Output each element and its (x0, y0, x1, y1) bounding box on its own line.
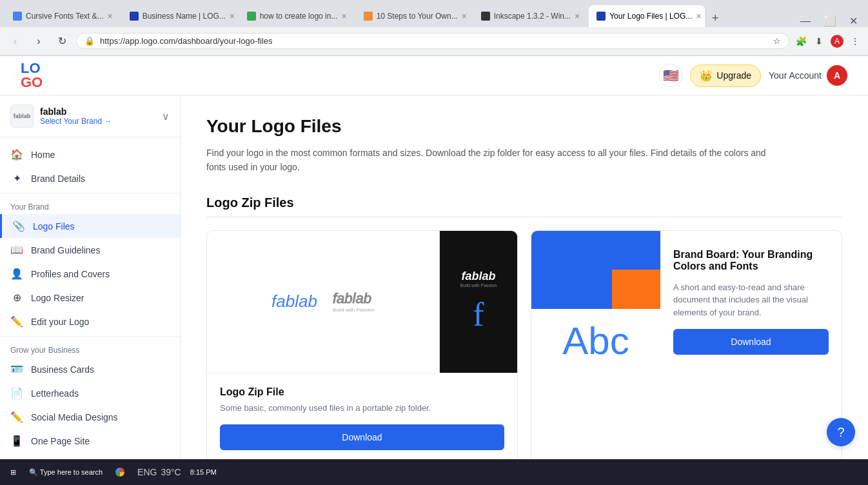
account-button[interactable]: Your Account A (769, 65, 847, 86)
browser-tab-3[interactable]: how to create logo in... × (239, 5, 355, 27)
zip-download-button[interactable]: Download (220, 424, 504, 450)
tab-favicon-2 (130, 12, 139, 21)
back-button[interactable]: ‹ (6, 32, 25, 50)
language-selector[interactable]: 🇺🇸 (659, 64, 682, 87)
sidebar-item-social-media[interactable]: ✏️ Social Media Designs (0, 405, 180, 429)
question-mark-icon: ? (837, 425, 844, 440)
sidebar-item-logo-resizer[interactable]: ⊕ Logo Resizer (0, 286, 180, 310)
sidebar-item-letterheads[interactable]: 📄 Letterheads (0, 381, 180, 405)
start-button[interactable]: ⊞ (5, 463, 21, 481)
url-display: https://app.logo.com/dashboard/your-logo… (100, 36, 768, 46)
right-swatches (612, 231, 660, 309)
taskbar: ⊞ 🔍 Type here to search ENG 39°C 8:15 PM (0, 459, 868, 485)
zip-card-desc: Some basic, commonly used files in a por… (220, 402, 504, 415)
tab-title-1: Cursive Fonts Text &... (26, 12, 104, 21)
app-logo[interactable]: LO GO (21, 61, 43, 90)
facebook-icon: f (473, 295, 484, 333)
swatch-orange (612, 270, 660, 309)
sidebar-item-label-one-page-site: One Page Site (31, 436, 90, 446)
zip-preview-light: fablab fablab Build with Passion (207, 231, 440, 373)
minimize-button[interactable]: — (795, 15, 816, 27)
browser-tab-4[interactable]: 10 Steps to Your Own... × (356, 5, 472, 27)
swatch-blue-sm (612, 231, 660, 270)
person-icon: 👤 (10, 268, 23, 280)
sidebar-item-brand-guidelines[interactable]: 📖 Brand Guidelines (0, 238, 180, 262)
download-icon[interactable]: ⬇ (813, 35, 825, 48)
upgrade-label: Upgrade (716, 70, 751, 81)
taskbar-chrome[interactable] (110, 463, 130, 481)
brand-board-title: Brand Board: Your Branding Colors and Fo… (673, 249, 829, 272)
maximize-button[interactable]: ⬜ (818, 15, 842, 27)
book-icon: 📖 (10, 244, 23, 256)
sidebar-item-profiles-covers[interactable]: 👤 Profiles and Covers (0, 262, 180, 286)
browser-tab-5[interactable]: Inkscape 1.3.2 - Win... × (473, 5, 588, 27)
brand-name: fablab (40, 106, 155, 117)
sidebar-item-label-social-media: Social Media Designs (31, 412, 118, 422)
sidebar-item-business-cards[interactable]: 🪪 Business Cards (0, 357, 180, 381)
new-tab-button[interactable]: + (706, 9, 724, 27)
tab-close-4[interactable]: × (462, 11, 467, 21)
address-bar[interactable]: 🔒 https://app.logo.com/dashboard/your-lo… (76, 33, 789, 49)
browser-tab-6[interactable]: Your Logo Files | LOG... × (589, 5, 705, 27)
sidebar-item-one-page-site[interactable]: 📱 One Page Site (0, 429, 180, 453)
tab-favicon-3 (247, 12, 256, 21)
main-content: Your Logo Files Find your logo in the mo… (181, 95, 868, 485)
tab-close-6[interactable]: × (696, 11, 701, 21)
sparkle-icon: ✦ (10, 172, 23, 184)
account-avatar: A (827, 65, 847, 86)
extensions-icon[interactable]: 🧩 (794, 35, 807, 48)
sidebar-item-home[interactable]: 🏠 Home (0, 143, 180, 166)
close-button[interactable]: ✕ (844, 15, 863, 27)
tab-close-1[interactable]: × (108, 11, 113, 21)
profile-icon[interactable]: A (831, 35, 843, 48)
zip-card-body: Logo Zip File Some basic, commonly used … (207, 373, 517, 464)
flag-icon: 🇺🇸 (663, 68, 679, 83)
taskbar-system-icons: ENG 39°C 8:15 PM (132, 467, 227, 477)
sidebar-item-brand-details[interactable]: ✦ Brand Details (0, 166, 180, 190)
brand-info: fablab Select Your Brand → (40, 106, 155, 126)
tab-favicon-1 (13, 12, 22, 21)
tab-favicon-4 (364, 12, 373, 21)
logo-row-top: fablab fablab Build with Passion (271, 290, 375, 313)
tab-favicon-5 (481, 12, 490, 21)
brand-board-preview: Abc Brand Board: Your Branding Colors an… (531, 231, 842, 373)
sidebar: fablab fablab Select Your Brand → ∨ 🏠 Ho… (0, 95, 181, 485)
refresh-button[interactable]: ↻ (53, 32, 71, 50)
grow-business-section-label: Grow your Business (0, 339, 180, 357)
tab-title-3: how to create logo in... (260, 12, 338, 21)
letterhead-icon: 📄 (10, 387, 23, 399)
browser-tab-2[interactable]: Business Name | LOG... × (122, 5, 238, 27)
sidebar-item-label-edit-logo: Edit your Logo (31, 317, 89, 327)
logo-italic: fablab (271, 292, 317, 312)
sidebar-item-label-home: Home (31, 150, 55, 160)
dark-logo-sub: Build with Passion (460, 283, 497, 288)
search-taskbar[interactable]: 🔍 Type here to search (24, 463, 108, 481)
brand-avatar-text: fablab (14, 113, 31, 119)
tab-title-2: Business Name | LOG... (143, 12, 226, 21)
zip-card-preview: fablab fablab Build with Passion fablab … (207, 231, 517, 373)
brand-board-download-button[interactable]: Download (673, 329, 829, 355)
select-brand-link[interactable]: Select Your Brand → (40, 117, 155, 126)
sidebar-item-label-logo-files: Logo Files (33, 221, 75, 232)
tab-close-3[interactable]: × (341, 11, 346, 21)
tab-close-2[interactable]: × (230, 11, 235, 21)
forward-button[interactable]: › (30, 32, 48, 50)
brand-selector[interactable]: fablab fablab Select Your Brand → ∨ (0, 95, 180, 137)
sidebar-item-edit-logo[interactable]: ✏️ Edit your Logo (0, 310, 180, 333)
bookmark-icon[interactable]: ☆ (773, 36, 781, 46)
tab-close-5[interactable]: × (575, 11, 580, 21)
page-description: Find your logo in the most common format… (206, 146, 787, 175)
browser-tab-1[interactable]: Cursive Fonts Text &... × (5, 5, 121, 27)
top-swatches (531, 231, 660, 309)
your-brand-section-label: Your Brand (0, 196, 180, 214)
tab-favicon-6 (597, 12, 606, 21)
upgrade-button[interactable]: 👑 Upgrade (690, 64, 761, 87)
settings-icon[interactable]: ⋮ (849, 35, 862, 48)
logo-outline-text: fablab (333, 290, 371, 306)
abc-text: Abc (562, 319, 629, 363)
sidebar-item-logo-files[interactable]: 📎 Logo Files (0, 214, 180, 238)
cards-grid: fablab fablab Build with Passion fablab … (206, 230, 842, 464)
logo-subtext: Build with Passion (333, 307, 375, 313)
swatch-blue-tall (531, 231, 612, 309)
help-button[interactable]: ? (827, 418, 855, 446)
